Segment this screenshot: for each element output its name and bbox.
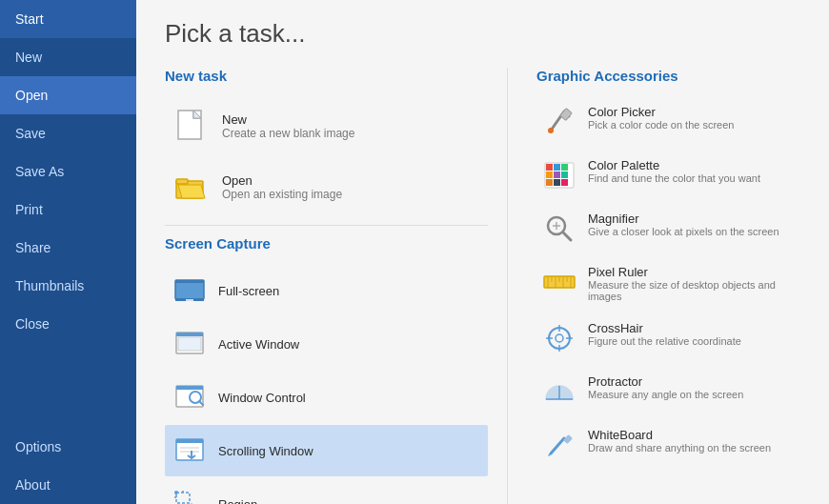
fullscreen-icon [172,273,207,308]
active-window-icon [172,327,207,361]
svg-rect-38 [554,164,560,171]
svg-rect-35 [560,109,573,121]
color-palette-item[interactable]: Color Palette Find and tune the color th… [536,151,800,200]
scrolling-window-item[interactable]: Scrolling Window [165,425,488,476]
svg-rect-43 [546,179,553,186]
sidebar-item-options[interactable]: Options [0,428,136,466]
fullscreen-label: Full-screen [218,284,279,298]
sidebar-item-thumbnails[interactable]: Thumbnails [0,267,136,305]
crosshair-desc: Figure out the relative coordinate [588,335,741,347]
window-control-icon [172,380,207,414]
svg-rect-5 [175,280,204,283]
pixel-ruler-desc: Measure the size of desktop objects and … [588,279,795,302]
page-title: Pick a task... [165,19,800,49]
new-task-item[interactable]: New Create a new blank image [165,97,488,154]
open-task-name: Open [222,173,342,188]
magnifier-icon [542,212,576,246]
new-task-desc: Create a new blank image [222,127,354,140]
svg-rect-44 [554,179,560,186]
color-palette-desc: Find and tune the color that you want [588,172,760,184]
sidebar-item-start[interactable]: Start [0,0,136,38]
magnifier-name: Magnifier [588,212,779,226]
graphic-accessories-title: Graphic Accessories [536,68,800,84]
svg-rect-12 [176,386,203,390]
sidebar-item-share[interactable]: Share [0,229,136,267]
svg-rect-9 [176,333,203,336]
new-icon [172,107,211,145]
svg-line-68 [549,454,551,455]
sidebar-item-about[interactable]: About [0,466,136,504]
svg-point-34 [548,128,554,133]
scrolling-window-label: Scrolling Window [218,444,313,458]
sidebar-item-new[interactable]: New [0,38,136,76]
window-control-label: Window Control [218,391,306,405]
crosshair-item[interactable]: CrossHair Figure out the relative coordi… [536,313,800,363]
whiteboard-name: WhiteBoard [588,428,771,442]
magnifier-item[interactable]: Magnifier Give a closer look at pixels o… [536,204,800,253]
crosshair-icon [542,321,576,355]
svg-rect-10 [178,337,201,351]
sidebar-item-save[interactable]: Save [0,114,136,152]
sidebar: Start New Open Save Save As Print Share … [0,0,136,504]
color-picker-name: Color Picker [588,105,734,119]
window-control-item[interactable]: Window Control [165,372,488,423]
svg-point-24 [174,491,178,494]
svg-rect-45 [561,179,568,186]
protractor-icon [542,374,576,409]
pixel-ruler-icon [542,265,576,299]
new-task-name: New [222,112,354,127]
protractor-name: Protractor [588,374,743,389]
svg-rect-42 [561,171,568,178]
pixel-ruler-item[interactable]: Pixel Ruler Measure the size of desktop … [536,257,800,310]
svg-text:+: + [188,499,195,504]
magnifier-desc: Give a closer look at pixels on the scre… [588,226,779,237]
scrolling-window-icon [172,433,207,468]
svg-line-66 [551,438,564,454]
pixel-ruler-name: Pixel Ruler [588,265,795,279]
crosshair-name: CrossHair [588,321,741,335]
fullscreen-item[interactable]: Full-screen [165,265,488,316]
main-content: Pick a task... New task New Create a new… [136,0,829,504]
svg-rect-39 [561,164,568,171]
region-item[interactable]: + Region [165,478,488,504]
sidebar-item-print[interactable]: Print [0,191,136,229]
open-icon [172,168,211,206]
two-column-layout: New task New Create a new blank image [165,68,800,504]
section-divider [165,225,488,226]
svg-rect-41 [554,171,560,178]
color-picker-icon [542,105,576,139]
svg-point-59 [556,334,563,342]
region-icon: + [172,487,207,504]
region-label: Region [218,497,257,505]
screen-capture-section-title: Screen Capture [165,235,488,252]
sidebar-item-open[interactable]: Open [0,76,136,114]
svg-line-47 [563,232,571,240]
open-task-item[interactable]: Open Open an existing image [165,158,488,215]
active-window-item[interactable]: Active Window [165,318,488,370]
left-column: New task New Create a new blank image [165,68,508,504]
new-task-section-title: New task [165,68,488,84]
whiteboard-icon [542,428,576,462]
svg-rect-37 [546,164,553,171]
color-palette-icon [542,158,576,192]
sidebar-item-save-as[interactable]: Save As [0,152,136,191]
protractor-item[interactable]: Protractor Measure any angle on the scre… [536,367,800,416]
right-column: Graphic Accessories Color Picker Pick a … [508,68,800,504]
sidebar-item-close[interactable]: Close [0,305,136,343]
color-picker-item[interactable]: Color Picker Pick a color code on the sc… [536,97,800,147]
svg-rect-16 [176,439,203,443]
color-picker-desc: Pick a color code on the screen [588,119,734,131]
whiteboard-desc: Draw and share anything on the screen [588,442,771,454]
svg-rect-3 [176,179,188,184]
svg-rect-69 [563,434,573,444]
active-window-label: Active Window [218,337,299,352]
open-task-desc: Open an existing image [222,188,342,201]
whiteboard-item[interactable]: WhiteBoard Draw and share anything on th… [536,420,800,470]
svg-rect-40 [546,171,553,178]
protractor-desc: Measure any angle on the screen [588,389,743,400]
color-palette-name: Color Palette [588,158,760,172]
